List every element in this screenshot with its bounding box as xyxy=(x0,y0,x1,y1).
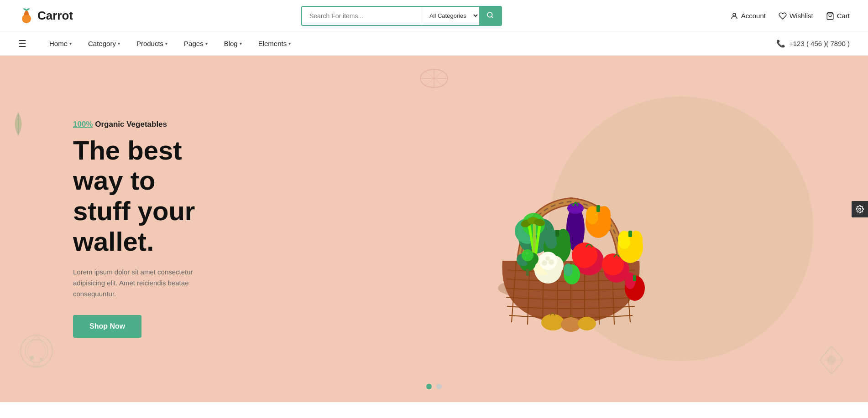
hero-tagline-text: Organic Vegetables xyxy=(95,120,167,129)
chevron-down-icon: ▾ xyxy=(69,32,72,56)
svg-point-48 xyxy=(542,260,547,266)
nav-link-products[interactable]: Products ▾ xyxy=(128,32,176,56)
svg-rect-69 xyxy=(633,275,636,281)
chevron-down-icon: ▾ xyxy=(165,32,167,56)
search-button[interactable] xyxy=(479,7,501,25)
svg-point-75 xyxy=(859,208,861,210)
search-input[interactable] xyxy=(302,8,422,24)
slide-dot-1[interactable] xyxy=(426,384,432,389)
chevron-down-icon: ▾ xyxy=(240,32,242,56)
svg-point-50 xyxy=(545,256,550,261)
hero-image-area xyxy=(347,56,868,402)
nav-left: ☰ Home ▾ Category ▾ Products ▾ xyxy=(18,32,299,56)
heart-icon xyxy=(779,12,787,20)
nav-bar: ☰ Home ▾ Category ▾ Products ▾ xyxy=(0,32,868,56)
cart-link[interactable]: Cart xyxy=(826,12,850,20)
nav-link-elements[interactable]: Elements ▾ xyxy=(250,32,299,56)
wishlist-label: Wishlist xyxy=(790,12,813,20)
svg-point-49 xyxy=(549,259,554,265)
top-actions: Account Wishlist Cart xyxy=(730,12,850,20)
hero-title: The best way to stuff your wallet. xyxy=(73,135,224,257)
slide-dot-2[interactable] xyxy=(436,384,442,389)
nav-item-elements[interactable]: Elements ▾ xyxy=(250,32,299,56)
hero-tagline: 100% Organic Vegetables xyxy=(73,120,224,129)
svg-point-3 xyxy=(733,13,736,16)
shop-now-button[interactable]: Shop Now xyxy=(73,315,141,338)
account-icon xyxy=(730,12,738,20)
svg-rect-43 xyxy=(628,231,632,237)
svg-rect-35 xyxy=(555,230,559,237)
nav-item-blog[interactable]: Blog ▾ xyxy=(216,32,250,56)
account-label: Account xyxy=(741,12,766,20)
search-icon xyxy=(486,11,494,19)
svg-rect-66 xyxy=(526,269,529,276)
svg-point-61 xyxy=(578,317,596,330)
nav-right: 📞 +123 ( 456 )( 7890 ) xyxy=(776,39,850,48)
nav-item-category[interactable]: Category ▾ xyxy=(80,32,128,56)
hero-tagline-percent: 100% xyxy=(73,120,93,129)
nav-item-products[interactable]: Products ▾ xyxy=(128,32,176,56)
nav-link-blog[interactable]: Blog ▾ xyxy=(216,32,250,56)
carrot-logo-icon xyxy=(18,8,35,24)
hero-slider-dots xyxy=(426,384,442,389)
svg-point-47 xyxy=(539,252,557,270)
svg-point-27 xyxy=(567,203,584,214)
chevron-down-icon: ▾ xyxy=(288,32,291,56)
vegetables-basket-svg xyxy=(457,115,685,343)
svg-point-59 xyxy=(541,314,564,330)
settings-button[interactable] xyxy=(852,201,868,217)
svg-point-1 xyxy=(487,12,492,17)
svg-point-65 xyxy=(522,249,533,261)
account-link[interactable]: Account xyxy=(730,12,766,20)
gear-icon xyxy=(856,205,864,213)
svg-line-2 xyxy=(492,16,493,18)
nav-link-home[interactable]: Home ▾ xyxy=(41,32,80,56)
chevron-down-icon: ▾ xyxy=(118,32,120,56)
svg-point-37 xyxy=(572,243,597,268)
cart-label: Cart xyxy=(837,12,850,20)
svg-rect-31 xyxy=(596,205,600,212)
deco-bottom-right-icon xyxy=(813,342,850,384)
svg-point-0 xyxy=(22,14,31,23)
nav-link-pages[interactable]: Pages ▾ xyxy=(176,32,216,56)
chevron-down-icon: ▾ xyxy=(205,32,208,56)
basket-image xyxy=(457,115,685,343)
nav-link-category[interactable]: Category ▾ xyxy=(80,32,128,56)
top-bar: Carrot All CategoriesVegetablesFruitsDai… xyxy=(0,0,868,32)
logo-text: Carrot xyxy=(37,9,73,23)
hamburger-menu[interactable]: ☰ xyxy=(18,38,26,49)
logo[interactable]: Carrot xyxy=(18,8,73,24)
nav-item-pages[interactable]: Pages ▾ xyxy=(176,32,216,56)
phone-icon: 📞 xyxy=(776,39,785,48)
svg-point-52 xyxy=(564,263,573,276)
hero-section: 100% Organic Vegetables The best way to … xyxy=(0,56,868,402)
nav-menu: Home ▾ Category ▾ Products ▾ Pages xyxy=(41,32,299,56)
hero-content: 100% Organic Vegetables The best way to … xyxy=(0,93,297,366)
wishlist-link[interactable]: Wishlist xyxy=(779,12,813,20)
cart-icon xyxy=(826,12,834,20)
search-category-select[interactable]: All CategoriesVegetablesFruitsDairyBaker… xyxy=(422,7,479,24)
nav-item-home[interactable]: Home ▾ xyxy=(41,32,80,56)
hero-description: Lorem ipsum dolor sit amet consectetur a… xyxy=(73,267,224,299)
nav-phone-number: +123 ( 456 )( 7890 ) xyxy=(789,40,850,47)
search-bar: All CategoriesVegetablesFruitsDairyBaker… xyxy=(301,6,502,26)
